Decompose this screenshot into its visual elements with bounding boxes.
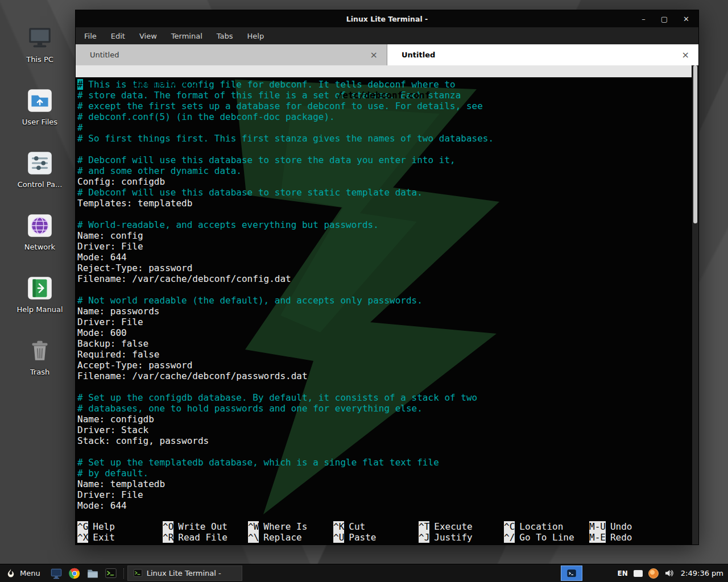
terminal-line: # Debconf will use this database to stor… <box>77 155 698 165</box>
nano-shortcut: ^/Go To Line <box>504 532 589 543</box>
nano-shortcut: ^WWhere Is <box>248 521 333 532</box>
terminal-line: # Set up the templatedb database, which … <box>77 457 698 468</box>
terminal-line: # databases, one to hold passwords and o… <box>77 403 698 414</box>
desktop-icon[interactable]: Network <box>6 202 74 251</box>
close-button[interactable]: ✕ <box>683 15 689 23</box>
nano-filename: /etc/debconf.conf <box>337 89 431 101</box>
desktop-icon[interactable]: User Files <box>6 77 74 126</box>
desktop-icon-label: Network <box>24 243 55 251</box>
terminal-window: Linux Lite Terminal - – ▢ ✕ File Edit Vi… <box>76 10 698 544</box>
tab-bar: Untitled × Untitled × <box>76 44 698 65</box>
tab-close-icon[interactable]: × <box>682 49 689 60</box>
nano-shortcut: ^XExit <box>77 532 163 543</box>
tab[interactable]: Untitled × <box>387 44 698 65</box>
menu-item[interactable]: Terminal <box>171 32 202 40</box>
system-tray: EN 2:49:36 pm <box>561 566 728 581</box>
terminal-line: Filename: /var/cache/debconf/passwords.d… <box>77 371 698 381</box>
desktop-icon-label: Help Manual <box>16 305 63 314</box>
terminal-line <box>77 446 698 457</box>
keyboard-icon[interactable] <box>634 570 643 577</box>
terminal-line: Filename: /var/cache/debconf/config.dat <box>77 273 698 284</box>
desktop-icon[interactable]: Control Pa... <box>6 140 74 189</box>
terminal-scrollbar[interactable] <box>692 65 698 544</box>
titlebar[interactable]: Linux Lite Terminal - – ▢ ✕ <box>76 10 698 27</box>
nano-shortcuts: ^GHelp^OWrite Out^WWhere Is^KCut^TExecut… <box>77 521 690 543</box>
terminal-icon <box>133 568 143 578</box>
terminal-tray-icon[interactable] <box>561 566 582 581</box>
nano-header: GNU nano 7.2 /etc/debconf.conf <box>76 65 692 77</box>
terminal-line: Driver: File <box>77 241 698 252</box>
user-files-icon <box>26 86 54 115</box>
nano-shortcut: ^CLocation <box>504 521 589 532</box>
terminal-line: Name: config <box>77 230 698 241</box>
desktop-icon-label: Trash <box>30 368 49 376</box>
menu-item[interactable]: Help <box>247 32 264 40</box>
volume-icon[interactable] <box>664 568 674 578</box>
terminal-line: Name: configdb <box>77 414 698 425</box>
show-desktop-icon[interactable] <box>49 567 63 580</box>
nano-shortcut: M-UUndo <box>589 521 675 532</box>
taskbar-launchers <box>47 567 120 580</box>
chrome-icon[interactable] <box>68 567 81 580</box>
scrollbar-thumb[interactable] <box>693 65 697 223</box>
desktop-icon-label: Control Pa... <box>18 180 63 189</box>
terminal-line: Reject-Type: password <box>77 263 698 273</box>
terminal-line: # Debconf will use this database to stor… <box>77 187 698 198</box>
tab[interactable]: Untitled × <box>76 44 387 65</box>
updates-icon[interactable] <box>648 568 659 579</box>
task-button-terminal[interactable]: Linux Lite Terminal - <box>127 566 242 581</box>
terminal-line: Name: passwords <box>77 306 698 317</box>
taskbar-separator <box>123 568 124 579</box>
terminal-line: Required: false <box>77 349 698 360</box>
linux-lite-menu-icon <box>6 568 16 579</box>
terminal-line: # except the first sets up a database fo… <box>77 101 698 111</box>
terminal-line: Backup: false <box>77 338 698 349</box>
terminal[interactable]: GNU nano 7.2 /etc/debconf.conf # This is… <box>76 65 698 544</box>
terminal-line <box>77 284 698 295</box>
terminal-launcher-icon[interactable] <box>104 567 118 580</box>
menu-button[interactable]: Menu <box>0 564 47 582</box>
terminal-line: Name: templatedb <box>77 479 698 489</box>
minimize-button[interactable]: – <box>642 15 646 23</box>
nano-shortcut: ^\Replace <box>248 532 333 543</box>
control-panel-icon <box>26 149 54 177</box>
menu-item[interactable]: View <box>139 32 157 40</box>
tab-label: Untitled <box>90 51 370 59</box>
desktop: This PC User Files Control Pa... Network… <box>0 0 728 582</box>
terminal-line <box>77 209 698 219</box>
desktop-icon[interactable]: Trash <box>6 327 74 376</box>
task-button-label: Linux Lite Terminal - <box>147 569 221 577</box>
menu-item[interactable]: Edit <box>111 32 125 40</box>
file-manager-icon[interactable] <box>86 567 100 580</box>
menu-item[interactable]: Tabs <box>217 32 233 40</box>
nano-version: GNU nano 7.2 <box>119 78 198 89</box>
taskbar: Menu Linux Lite Terminal - EN 2:49:36 <box>0 564 728 582</box>
nano-shortcut: ^JJustify <box>419 532 504 543</box>
terminal-line: Driver: File <box>77 489 698 500</box>
desktop-icon[interactable]: This PC <box>6 15 74 64</box>
terminal-line <box>77 144 698 155</box>
terminal-line: Config: configdb <box>77 176 698 187</box>
trash-icon <box>26 336 54 365</box>
menu-item[interactable]: File <box>84 32 97 40</box>
nano-shortcut: ^UPaste <box>333 532 419 543</box>
nano-shortcut: ^TExecute <box>419 521 504 532</box>
terminal-line: Mode: 644 <box>77 252 698 263</box>
terminal-line: Mode: 644 <box>77 500 698 511</box>
maximize-button[interactable]: ▢ <box>661 15 668 23</box>
terminal-line: # debconf.conf(5) (in the debconf-doc pa… <box>77 111 698 122</box>
keyboard-layout-label[interactable]: EN <box>618 569 628 577</box>
terminal-line: # and some other dynamic data. <box>77 165 698 176</box>
terminal-line: Accept-Type: password <box>77 360 698 371</box>
clock[interactable]: 2:49:36 pm <box>681 569 723 577</box>
menubar: File Edit View Terminal Tabs Help <box>76 27 698 44</box>
terminal-line: # Set up the configdb database. By defau… <box>77 392 698 403</box>
window-controls: – ▢ ✕ <box>642 10 689 27</box>
desktop-icon[interactable]: Help Manual <box>6 265 74 314</box>
terminal-line: Driver: Stack <box>77 425 698 435</box>
desktop-icons: This PC User Files Control Pa... Network… <box>6 15 74 376</box>
terminal-line: Mode: 600 <box>77 327 698 338</box>
desktop-icon-label: User Files <box>22 118 57 126</box>
terminal-line: # World-readable, and accepts everything… <box>77 219 698 230</box>
tab-close-icon[interactable]: × <box>370 49 378 60</box>
